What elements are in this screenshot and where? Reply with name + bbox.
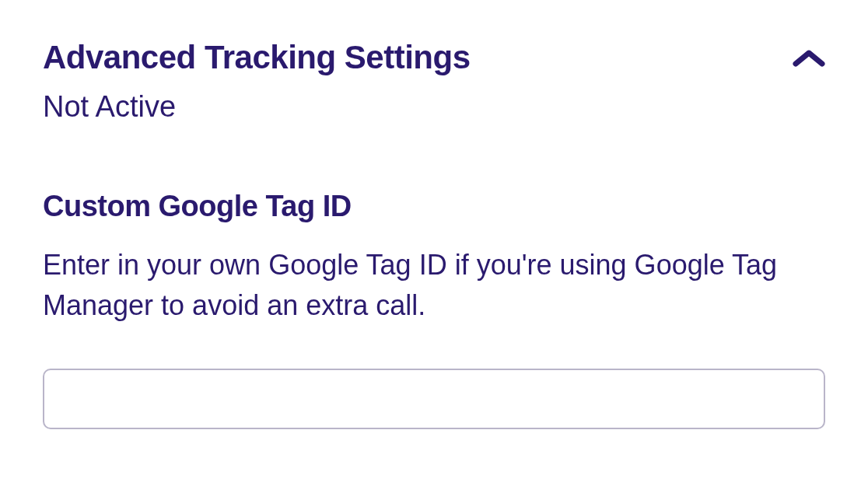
field-label: Custom Google Tag ID: [43, 190, 825, 223]
panel-title: Advanced Tracking Settings: [43, 39, 471, 76]
panel-status: Not Active: [43, 90, 825, 124]
panel-header[interactable]: Advanced Tracking Settings: [43, 39, 825, 76]
chevron-up-icon[interactable]: [793, 48, 825, 70]
field-description: Enter in your own Google Tag ID if you'r…: [43, 245, 825, 326]
google-tag-id-input[interactable]: [43, 369, 825, 429]
